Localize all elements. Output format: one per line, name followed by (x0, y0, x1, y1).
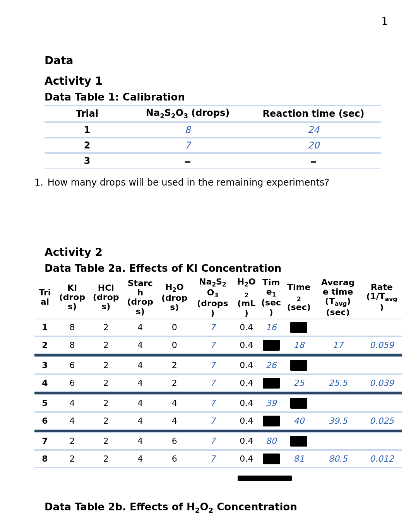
table2a-cell: 4 (123, 374, 158, 392)
table1-row: 1 8 24 (45, 122, 381, 138)
table2a-row: 5424470.439 (34, 394, 402, 412)
table1-title: Data Table 1: Calibration (45, 91, 390, 103)
hdr-h2o: H2O(drops) (158, 276, 191, 319)
redacted-box (290, 322, 307, 333)
hdr-starch: Starch(drops) (123, 276, 158, 319)
table2a-cell: 39.5 (315, 412, 361, 430)
table1-time: 20 (246, 138, 381, 153)
table2a-cell: 0.4 (234, 394, 259, 412)
table2a-cell: 0.4 (234, 412, 259, 430)
table2a-cell: 4 (123, 412, 158, 430)
table2a-cell (259, 374, 283, 392)
table2a-cell: 16 (259, 319, 283, 336)
table2a-row: 3624270.426 (34, 356, 402, 374)
table1: Trial Na2S2O3 (drops) Reaction time (sec… (45, 105, 381, 169)
table2a-cell: 7 (192, 450, 234, 468)
table2a-cell: 7 (192, 356, 234, 374)
table2a-cell: 2 (158, 374, 191, 392)
table2a-cell: 80 (259, 432, 283, 450)
table2a-cell: 7 (34, 432, 55, 450)
table2a-cell: 0.4 (234, 450, 259, 468)
table2a-cell: 18 (283, 336, 315, 354)
redacted-dots (185, 161, 190, 163)
table2a-cell: 0.4 (234, 319, 259, 336)
table2a-cell: 2 (89, 394, 123, 412)
hdr-trial: Trial (34, 276, 55, 319)
table2a-cell: 8 (55, 336, 89, 354)
table1-drops: 8 (130, 122, 246, 138)
redacted-box (263, 378, 280, 389)
table1-time: 24 (246, 122, 381, 138)
table2a-row: 7224670.480 (34, 432, 402, 450)
table2a-cell: 2 (158, 356, 191, 374)
table1-header-trial: Trial (45, 105, 130, 122)
table2a-cell: 6 (158, 432, 191, 450)
table2a-cell: 6 (55, 374, 89, 392)
activity1-heading: Activity 1 (45, 75, 390, 87)
redacted-box (290, 436, 307, 447)
page-number: 1 (381, 15, 388, 27)
redacted-box (238, 476, 292, 481)
table2a-cell: 0.025 (361, 412, 402, 430)
table2a-row: 4624270.42525.50.039 (34, 374, 402, 392)
table2a-cell: 0.012 (361, 450, 402, 468)
table2a-row: 2824070.418170.059 (34, 336, 402, 354)
table2a-cell: 4 (123, 432, 158, 450)
table2a-cell (361, 356, 402, 374)
hdr-h2o2: H2O2(mL) (234, 276, 259, 319)
table2a-cell: 0.059 (361, 336, 402, 354)
table2a-cell: 39 (259, 394, 283, 412)
table2a-cell: 4 (55, 394, 89, 412)
table2a-cell: 2 (55, 450, 89, 468)
table2a-cell (283, 432, 315, 450)
table2a-cell: 80.5 (315, 450, 361, 468)
table2a-cell: 25 (283, 374, 315, 392)
question1: 1. How many drops will be used in the re… (34, 177, 390, 188)
table2a-cell: 4 (158, 412, 191, 430)
table2a-cell: 2 (89, 356, 123, 374)
table2a-cell: 7 (192, 412, 234, 430)
table2a-row: 1824070.416 (34, 319, 402, 336)
redacted-dots (311, 161, 316, 163)
table2a-cell (315, 432, 361, 450)
table2a-cell: 6 (55, 356, 89, 374)
table2a-cell (361, 319, 402, 336)
table2a-cell: 8 (55, 319, 89, 336)
hdr-time2: Time2(sec) (283, 276, 315, 319)
hdr-rate: Rate(1/Tavg) (361, 276, 402, 319)
table2a-cell: 1 (34, 319, 55, 336)
table2a-cell: 4 (123, 319, 158, 336)
table2a-cell: 0.039 (361, 374, 402, 392)
table2a-cell (259, 412, 283, 430)
table2a-header-row: Trial KI(drops) HCl(drops) Starch(drops)… (34, 276, 402, 319)
table1-trial: 2 (45, 138, 130, 153)
table2a-cell: 17 (315, 336, 361, 354)
table1-header-time: Reaction time (sec) (246, 105, 381, 122)
hdr-time1: Time1(sec) (259, 276, 283, 319)
content: Activity 1 Data Table 1: Calibration Tri… (45, 75, 390, 514)
table2a-cell: 2 (55, 432, 89, 450)
table2a-cell (315, 319, 361, 336)
table2a: Trial KI(drops) HCl(drops) Starch(drops)… (34, 276, 402, 486)
table2a-cell: 3 (34, 356, 55, 374)
question-number: 1. (34, 177, 45, 188)
table2a-cell (361, 432, 402, 450)
table2a-cell: 2 (89, 319, 123, 336)
table2a-cell: 7 (192, 394, 234, 412)
table2a-cell: 0.4 (234, 356, 259, 374)
hdr-na: Na2S2O3(drops) (192, 276, 234, 319)
table2a-cell: 0 (158, 319, 191, 336)
table1-header-row: Trial Na2S2O3 (drops) Reaction time (sec… (45, 105, 381, 122)
hdr-hcl: HCl(drops) (89, 276, 123, 319)
table1-row: 3 (45, 153, 381, 169)
table2a-cell: 81 (283, 450, 315, 468)
table2a-cell: 4 (55, 412, 89, 430)
table1-drops (130, 153, 246, 169)
table2a-cell: 2 (89, 336, 123, 354)
table2a-cell (283, 356, 315, 374)
redacted-box (290, 398, 307, 409)
table1-trial: 1 (45, 122, 130, 138)
table2a-cell: 0.4 (234, 336, 259, 354)
table1-header-drops: Na2S2O3 (drops) (130, 105, 246, 122)
table2a-row: 6424470.44039.50.025 (34, 412, 402, 430)
